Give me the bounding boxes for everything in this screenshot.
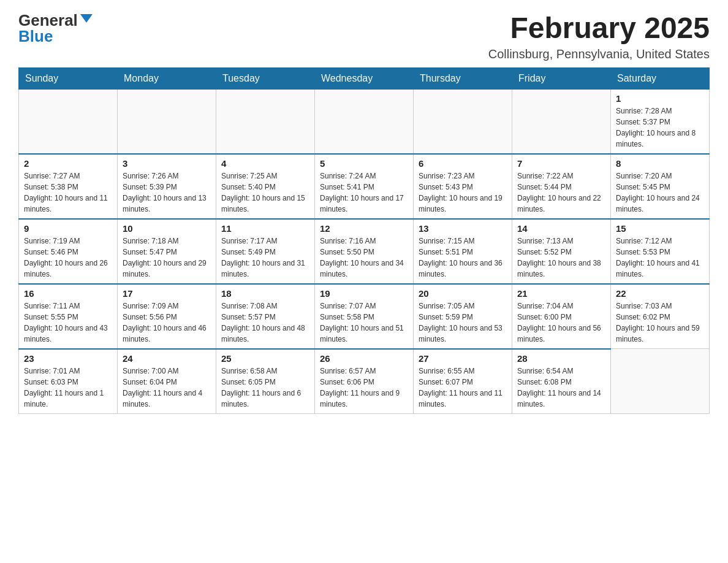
title-area: February 2025 Collinsburg, Pennsylvania,…: [488, 12, 710, 61]
day-info: Sunrise: 7:19 AMSunset: 5:46 PMDaylight:…: [24, 236, 112, 280]
day-number: 7: [517, 158, 605, 169]
day-number: 6: [419, 158, 507, 169]
table-row: 4Sunrise: 7:25 AMSunset: 5:40 PMDaylight…: [216, 154, 315, 219]
day-info: Sunrise: 7:25 AMSunset: 5:40 PMDaylight:…: [221, 170, 309, 215]
table-row: 17Sunrise: 7:09 AMSunset: 5:56 PMDayligh…: [118, 284, 216, 349]
day-info: Sunrise: 7:18 AMSunset: 5:47 PMDaylight:…: [123, 236, 211, 280]
calendar-header-row: Sunday Monday Tuesday Wednesday Thursday…: [19, 67, 710, 89]
day-number: 12: [320, 223, 408, 234]
table-row: [611, 349, 710, 414]
day-info: Sunrise: 7:26 AMSunset: 5:39 PMDaylight:…: [123, 170, 211, 215]
day-number: 14: [517, 223, 605, 234]
col-saturday: Saturday: [611, 67, 710, 89]
table-row: 1Sunrise: 7:28 AMSunset: 5:37 PMDaylight…: [611, 89, 710, 154]
table-row: 19Sunrise: 7:07 AMSunset: 5:58 PMDayligh…: [315, 284, 414, 349]
table-row: 12Sunrise: 7:16 AMSunset: 5:50 PMDayligh…: [315, 219, 414, 284]
day-info: Sunrise: 7:09 AMSunset: 5:56 PMDaylight:…: [123, 301, 211, 345]
day-number: 26: [320, 353, 408, 364]
day-number: 17: [123, 288, 211, 299]
table-row: [19, 89, 118, 154]
table-row: 16Sunrise: 7:11 AMSunset: 5:55 PMDayligh…: [19, 284, 118, 349]
month-title: February 2025: [488, 12, 710, 45]
table-row: 14Sunrise: 7:13 AMSunset: 5:52 PMDayligh…: [512, 219, 611, 284]
day-info: Sunrise: 7:27 AMSunset: 5:38 PMDaylight:…: [24, 170, 112, 215]
day-info: Sunrise: 7:08 AMSunset: 5:57 PMDaylight:…: [221, 301, 309, 345]
day-number: 8: [616, 158, 704, 169]
day-info: Sunrise: 7:00 AMSunset: 6:04 PMDaylight:…: [123, 366, 211, 410]
day-number: 2: [24, 158, 112, 169]
day-info: Sunrise: 7:17 AMSunset: 5:49 PMDaylight:…: [221, 236, 309, 280]
table-row: 25Sunrise: 6:58 AMSunset: 6:05 PMDayligh…: [216, 349, 315, 414]
col-wednesday: Wednesday: [315, 67, 414, 89]
table-row: 5Sunrise: 7:24 AMSunset: 5:41 PMDaylight…: [315, 154, 414, 219]
day-number: 21: [517, 288, 605, 299]
day-info: Sunrise: 7:20 AMSunset: 5:45 PMDaylight:…: [616, 170, 704, 215]
col-thursday: Thursday: [414, 67, 512, 89]
col-friday: Friday: [512, 67, 611, 89]
table-row: 24Sunrise: 7:00 AMSunset: 6:04 PMDayligh…: [118, 349, 216, 414]
location: Collinsburg, Pennsylvania, United States: [488, 47, 710, 61]
day-info: Sunrise: 7:11 AMSunset: 5:55 PMDaylight:…: [24, 301, 112, 345]
table-row: 27Sunrise: 6:55 AMSunset: 6:07 PMDayligh…: [414, 349, 512, 414]
table-row: 6Sunrise: 7:23 AMSunset: 5:43 PMDaylight…: [414, 154, 512, 219]
day-info: Sunrise: 7:23 AMSunset: 5:43 PMDaylight:…: [419, 170, 507, 215]
day-info: Sunrise: 7:15 AMSunset: 5:51 PMDaylight:…: [419, 236, 507, 280]
day-number: 20: [419, 288, 507, 299]
day-info: Sunrise: 7:01 AMSunset: 6:03 PMDaylight:…: [24, 366, 112, 410]
table-row: 10Sunrise: 7:18 AMSunset: 5:47 PMDayligh…: [118, 219, 216, 284]
calendar-table: Sunday Monday Tuesday Wednesday Thursday…: [18, 67, 710, 414]
table-row: 26Sunrise: 6:57 AMSunset: 6:06 PMDayligh…: [315, 349, 414, 414]
table-row: 20Sunrise: 7:05 AMSunset: 5:59 PMDayligh…: [414, 284, 512, 349]
table-row: 18Sunrise: 7:08 AMSunset: 5:57 PMDayligh…: [216, 284, 315, 349]
table-row: 23Sunrise: 7:01 AMSunset: 6:03 PMDayligh…: [19, 349, 118, 414]
table-row: 3Sunrise: 7:26 AMSunset: 5:39 PMDaylight…: [118, 154, 216, 219]
day-info: Sunrise: 7:03 AMSunset: 6:02 PMDaylight:…: [616, 301, 704, 345]
day-info: Sunrise: 7:07 AMSunset: 5:58 PMDaylight:…: [320, 301, 408, 345]
day-number: 1: [616, 93, 704, 104]
page-header: General Blue February 2025 Collinsburg, …: [18, 12, 710, 61]
table-row: 13Sunrise: 7:15 AMSunset: 5:51 PMDayligh…: [414, 219, 512, 284]
table-row: [216, 89, 315, 154]
day-info: Sunrise: 7:22 AMSunset: 5:44 PMDaylight:…: [517, 170, 605, 215]
table-row: 22Sunrise: 7:03 AMSunset: 6:02 PMDayligh…: [611, 284, 710, 349]
day-number: 5: [320, 158, 408, 169]
day-number: 25: [221, 353, 309, 364]
day-number: 18: [221, 288, 309, 299]
day-number: 28: [517, 353, 605, 364]
table-row: 15Sunrise: 7:12 AMSunset: 5:53 PMDayligh…: [611, 219, 710, 284]
table-row: 28Sunrise: 6:54 AMSunset: 6:08 PMDayligh…: [512, 349, 611, 414]
table-row: 9Sunrise: 7:19 AMSunset: 5:46 PMDaylight…: [19, 219, 118, 284]
table-row: [414, 89, 512, 154]
day-number: 4: [221, 158, 309, 169]
col-sunday: Sunday: [19, 67, 118, 89]
day-number: 24: [123, 353, 211, 364]
day-number: 11: [221, 223, 309, 234]
day-number: 13: [419, 223, 507, 234]
table-row: 7Sunrise: 7:22 AMSunset: 5:44 PMDaylight…: [512, 154, 611, 219]
day-number: 16: [24, 288, 112, 299]
day-number: 3: [123, 158, 211, 169]
table-row: [315, 89, 414, 154]
day-info: Sunrise: 6:55 AMSunset: 6:07 PMDaylight:…: [419, 366, 507, 410]
day-number: 22: [616, 288, 704, 299]
day-number: 9: [24, 223, 112, 234]
table-row: 11Sunrise: 7:17 AMSunset: 5:49 PMDayligh…: [216, 219, 315, 284]
calendar-week-row: 16Sunrise: 7:11 AMSunset: 5:55 PMDayligh…: [19, 284, 710, 349]
day-info: Sunrise: 7:13 AMSunset: 5:52 PMDaylight:…: [517, 236, 605, 280]
day-number: 19: [320, 288, 408, 299]
day-info: Sunrise: 7:16 AMSunset: 5:50 PMDaylight:…: [320, 236, 408, 280]
day-info: Sunrise: 7:12 AMSunset: 5:53 PMDaylight:…: [616, 236, 704, 280]
day-info: Sunrise: 6:54 AMSunset: 6:08 PMDaylight:…: [517, 366, 605, 410]
day-info: Sunrise: 7:24 AMSunset: 5:41 PMDaylight:…: [320, 170, 408, 215]
day-info: Sunrise: 7:05 AMSunset: 5:59 PMDaylight:…: [419, 301, 507, 345]
calendar-week-row: 1Sunrise: 7:28 AMSunset: 5:37 PMDaylight…: [19, 89, 710, 154]
day-info: Sunrise: 7:04 AMSunset: 6:00 PMDaylight:…: [517, 301, 605, 345]
table-row: 8Sunrise: 7:20 AMSunset: 5:45 PMDaylight…: [611, 154, 710, 219]
day-number: 23: [24, 353, 112, 364]
calendar-week-row: 23Sunrise: 7:01 AMSunset: 6:03 PMDayligh…: [19, 349, 710, 414]
calendar-week-row: 2Sunrise: 7:27 AMSunset: 5:38 PMDaylight…: [19, 154, 710, 219]
logo: General Blue: [18, 12, 93, 44]
table-row: 2Sunrise: 7:27 AMSunset: 5:38 PMDaylight…: [19, 154, 118, 219]
col-monday: Monday: [118, 67, 216, 89]
logo-general: General: [18, 12, 78, 28]
